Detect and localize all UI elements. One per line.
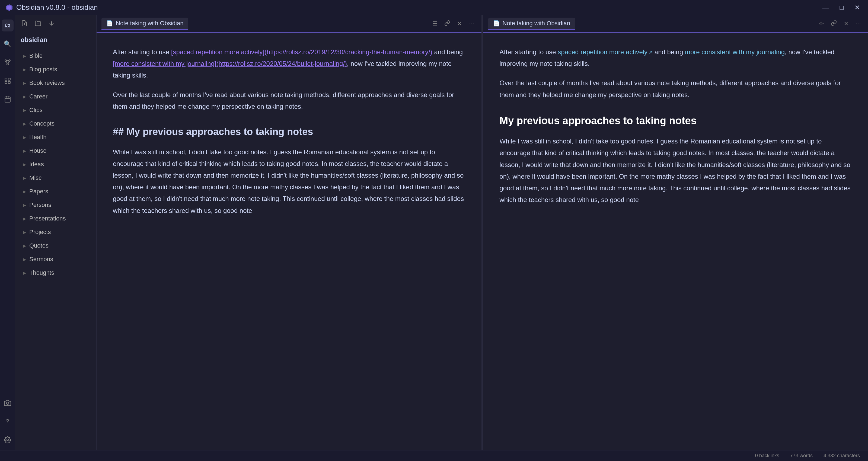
minimize-button[interactable]: — [820, 3, 832, 12]
left-tab-title: Note taking with Obsidian [116, 20, 183, 27]
sidebar-item-label: House [29, 147, 46, 154]
sidebar-item-concepts[interactable]: ▶Concepts [15, 117, 96, 130]
icon-bar: 🗂 🔍 ? [0, 15, 15, 450]
spaced-repetition-link[interactable]: spaced repetition more actively [558, 48, 653, 56]
sidebar-item-label: Sermons [29, 256, 53, 263]
chevron-right-icon: ▶ [23, 148, 26, 153]
config-icon-button[interactable] [2, 434, 13, 446]
file-icon: 📄 [106, 20, 113, 27]
left-intro-paragraph: After starting to use [spaced repetition… [113, 46, 465, 81]
chevron-right-icon: ▶ [23, 230, 26, 235]
vault-name: obsidian [15, 33, 96, 47]
sidebar-item-label: Concepts [29, 120, 55, 127]
file-tree: ▶Bible▶Blog posts▶Book reviews▶Career▶Cl… [15, 47, 96, 450]
svg-point-4 [6, 63, 8, 65]
graph-icon-button[interactable] [2, 56, 13, 68]
close-button[interactable]: ✕ [852, 3, 863, 12]
sidebar-item-papers[interactable]: ▶Papers [15, 185, 96, 198]
svg-point-17 [6, 439, 8, 441]
sidebar-item-quotes[interactable]: ▶Quotes [15, 239, 96, 252]
sort-button[interactable] [47, 19, 56, 29]
chevron-right-icon: ▶ [23, 121, 26, 126]
calendar-icon-button[interactable] [2, 93, 13, 105]
sidebar-item-clips[interactable]: ▶Clips [15, 103, 96, 117]
sidebar-item-book-reviews[interactable]: ▶Book reviews [15, 76, 96, 90]
sidebar-item-house[interactable]: ▶House [15, 144, 96, 158]
right-intro-paragraph: After starting to use spaced repetition … [500, 46, 852, 69]
chevron-right-icon: ▶ [23, 107, 26, 113]
chevron-right-icon: ▶ [23, 257, 26, 262]
svg-line-5 [6, 62, 8, 63]
svg-line-6 [8, 62, 9, 63]
sidebar-item-label: Papers [29, 188, 48, 195]
sidebar-item-projects[interactable]: ▶Projects [15, 225, 96, 239]
main-layout: 🗂 🔍 ? [0, 15, 868, 450]
sidebar-item-persons[interactable]: ▶Persons [15, 198, 96, 212]
journaling-link[interactable]: more consistent with my journaling [685, 48, 785, 56]
sidebar-item-presentations[interactable]: ▶Presentations [15, 212, 96, 225]
left-panel: 📄 Note taking with Obsidian ☰ ✕ ⋯ After … [97, 15, 482, 450]
close-left-panel-button[interactable]: ✕ [455, 19, 464, 28]
search-icon-button[interactable]: 🔍 [2, 38, 13, 50]
sidebar-item-label: Thoughts [29, 269, 54, 276]
content-area: 📄 Note taking with Obsidian ☰ ✕ ⋯ After … [97, 15, 868, 450]
sidebar-item-sermons[interactable]: ▶Sermons [15, 252, 96, 266]
copy-link-right-button[interactable] [829, 19, 839, 28]
reading-view-button[interactable]: ☰ [430, 19, 439, 28]
camera-icon-button[interactable] [2, 397, 13, 409]
svg-rect-11 [8, 81, 10, 84]
left-panel-tab[interactable]: 📄 Note taking with Obsidian [101, 18, 188, 30]
left-para1: Over the last couple of months I've read… [113, 89, 465, 112]
sidebar-item-ideas[interactable]: ▶Ideas [15, 158, 96, 171]
settings-icon-button[interactable] [2, 75, 13, 87]
sidebar-item-thoughts[interactable]: ▶Thoughts [15, 266, 96, 280]
files-icon-button[interactable]: 🗂 [2, 20, 13, 31]
edit-button[interactable]: ✏ [817, 19, 826, 28]
chevron-right-icon: ▶ [23, 162, 26, 167]
chevron-right-icon: ▶ [23, 81, 26, 86]
new-file-button[interactable] [20, 19, 29, 29]
backlinks-count: 0 backlinks [755, 453, 779, 459]
char-count: 4,332 characters [824, 453, 860, 459]
right-panel: 📄 Note taking with Obsidian ✏ ✕ ⋯ After … [484, 15, 868, 450]
word-count: 773 words [790, 453, 813, 459]
help-icon-button[interactable]: ? [2, 416, 13, 427]
sidebar-item-label: Projects [29, 228, 51, 236]
journaling-link-raw[interactable]: [more consistent with my journaling](htt… [113, 60, 347, 67]
chevron-right-icon: ▶ [23, 54, 26, 59]
chevron-right-icon: ▶ [23, 203, 26, 208]
sidebar-item-career[interactable]: ▶Career [15, 90, 96, 103]
sidebar-item-blog-posts[interactable]: ▶Blog posts [15, 63, 96, 76]
sidebar-item-label: Presentations [29, 215, 66, 222]
copy-link-button[interactable] [442, 19, 453, 28]
right-para2: While I was still in school, I didn't ta… [500, 135, 852, 206]
chevron-right-icon: ▶ [23, 189, 26, 194]
sidebar-item-label: Misc [29, 174, 41, 181]
sidebar-item-label: Book reviews [29, 80, 65, 87]
sidebar-item-misc[interactable]: ▶Misc [15, 171, 96, 185]
svg-rect-10 [5, 81, 7, 84]
new-folder-button[interactable] [34, 19, 42, 29]
sidebar-item-label: Ideas [29, 161, 44, 168]
sidebar-item-bible[interactable]: ▶Bible [15, 49, 96, 63]
more-options-right-button[interactable]: ⋯ [854, 19, 863, 28]
file-explorer-sidebar: obsidian ▶Bible▶Blog posts▶Book reviews▶… [15, 15, 97, 450]
spaced-repetition-link-raw[interactable]: [spaced repetition more actively](https:… [171, 48, 432, 56]
title-bar-controls: — □ ✕ [820, 3, 863, 12]
right-panel-content: After starting to use spaced repetition … [484, 33, 868, 450]
left-panel-tab-bar: 📄 Note taking with Obsidian ☰ ✕ ⋯ [97, 15, 482, 33]
sidebar-item-label: Career [29, 93, 48, 100]
svg-rect-12 [5, 97, 10, 102]
chevron-right-icon: ▶ [23, 216, 26, 221]
maximize-button[interactable]: □ [837, 3, 846, 12]
svg-rect-8 [5, 78, 7, 80]
sidebar-item-label: Quotes [29, 242, 49, 249]
sidebar-item-health[interactable]: ▶Health [15, 130, 96, 144]
right-panel-tab[interactable]: 📄 Note taking with Obsidian [488, 18, 575, 30]
chevron-right-icon: ▶ [23, 243, 26, 248]
more-options-left-button[interactable]: ⋯ [467, 19, 476, 28]
close-right-panel-button[interactable]: ✕ [842, 19, 850, 28]
file-icon-right: 📄 [493, 20, 500, 27]
chevron-right-icon: ▶ [23, 270, 26, 276]
sidebar-item-label: Bible [29, 52, 42, 59]
